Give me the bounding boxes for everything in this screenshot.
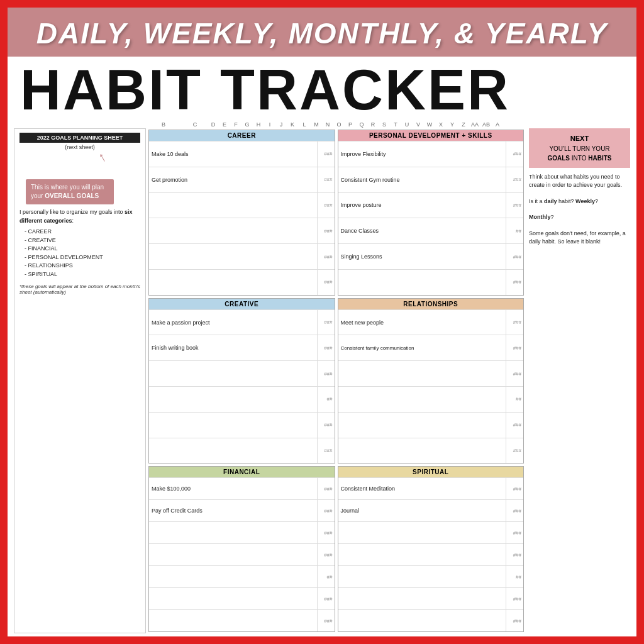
outer-border: DAILY, WEEKLY, MONTHLY, & YEARLY HABIT T… [0,0,644,644]
col-header-s: S [379,121,390,128]
col-header-v: V [413,121,424,128]
info-text-2: Is it a daily habit? Weekly? [529,195,630,209]
table-row: ## [338,565,524,587]
spiritual-grid: SPIRITUAL Consistent Meditation### Journ… [338,466,525,632]
col-header-ab: AB [480,121,492,128]
list-item: CREATIVE [25,236,140,245]
table-row: Improve Flexibility### [338,141,524,167]
col-header-y: Y [447,121,458,128]
info-text-1: Think about what habits you need to crea… [529,170,630,192]
col-header-g: G [242,121,253,128]
table-row: ### [149,192,335,218]
callout-text: This is where you will plan your OVERALL… [31,184,104,199]
col-header-aa: AA [469,121,480,128]
col-header-t: T [390,121,401,128]
table-row: ### [338,269,524,295]
arrow-indicator: ↑ [95,148,109,166]
table-row: Consistent Gym routine### [338,167,524,192]
table-row: ### [338,412,524,438]
table-row: ### [149,543,335,565]
col-header-f: F [230,121,242,128]
col-header-n: N [322,121,333,128]
info2-q: ? [595,198,598,204]
table-row: Singing Lessons### [338,243,524,269]
table-row: Meet new people### [338,309,524,335]
goals-habits-line: GOALS INTO HABITS [534,153,625,163]
creative-header: CREATIVE [149,299,335,309]
inner-content: DAILY, WEEKLY, MONTHLY, & YEARLY HABIT T… [8,8,636,636]
col-header-q: Q [356,121,367,128]
col-header-k: K [287,121,298,128]
col-header-x: X [435,121,447,128]
banner-title: DAILY, WEEKLY, MONTHLY, & YEARLY [20,16,624,50]
list-item: CAREER [25,228,140,236]
table-row: ## [149,565,335,587]
grids-area: CAREER Make 10 deals### Get promotion###… [146,128,526,633]
personal-dev-header: PERSONAL DEVELOPMENT + SKILLS [338,130,524,141]
table-row: Finish writing book### [149,335,335,360]
col-header-l: L [298,121,311,128]
table-row: ### [149,412,335,438]
career-grid: CAREER Make 10 deals### Get promotion###… [148,130,335,296]
callout-box: This is where you will plan your OVERALL… [26,179,114,204]
spreadsheet-area: B C D E F G H I J K L M N O P Q R S T U [8,121,636,636]
info-text-3: Monthly? [529,211,630,225]
career-header: CAREER [149,130,335,141]
left-description: I personally like to organize my goals i… [19,208,140,279]
info3-monthly: Monthly [529,214,551,220]
financial-grid: FINANCIAL Make $100,000### Pay off Credi… [148,466,335,632]
next-line2: YOU'LL TURN YOUR [534,144,625,153]
table-row: Dance Classes## [338,218,524,243]
table-row: ### [149,521,335,543]
table-row: ### [149,587,335,609]
col-header-h: H [253,121,264,128]
col-header-u: U [401,121,413,128]
financial-header: FINANCIAL [149,467,335,477]
info3-q: ? [551,214,554,220]
table-row: ### [149,269,335,295]
table-row: Make $100,000### [149,477,335,499]
col-header-a: A [492,121,503,128]
table-row: ### [338,609,524,631]
table-row: Improve posture### [338,192,524,218]
table-row: ## [149,386,335,412]
table-row: ### [338,543,524,565]
info-text-4: Some goals don't need, for example, a da… [529,227,630,249]
desc-text-1: I personally like to organize my goals i… [19,209,133,224]
creative-grid: CREATIVE Make a passion project### Finis… [148,298,335,464]
top-banner: DAILY, WEEKLY, MONTHLY, & YEARLY [8,8,636,57]
left-panel: 2022 GOALS PLANNING SHEET (next sheet) ↑… [14,128,146,633]
spiritual-header: SPIRITUAL [338,467,524,477]
col-header-j: J [275,121,287,128]
goals-label: GOALS [547,155,570,162]
table-row: ### [338,438,524,464]
info2-daily: daily [544,198,557,204]
category-list: CAREER CREATIVE FINANCIAL PERSONAL DEVEL… [25,228,140,279]
planning-sheet-label: 2022 GOALS PLANNING SHEET [19,133,140,143]
table-row: ### [149,609,335,631]
table-row: ### [149,243,335,269]
col-header-c: C [182,121,208,128]
col-header-z: Z [458,121,469,128]
col-header-m: M [311,121,322,128]
info2-pre: Is it a [529,198,544,204]
info2-weekly: Weekly [575,198,595,204]
table-row: ### [338,587,524,609]
table-row: ### [149,218,335,243]
table-row: Pay off Credit Cards### [149,499,335,521]
col-headers-row: B C D E F G H I J K L M N O P Q R S T U [145,121,630,128]
col-header-o: O [333,121,345,128]
right-panel: NEXT YOU'LL TURN YOUR GOALS INTO HABITS … [526,128,630,633]
table-row: Consistent family communication### [338,335,524,360]
next-title: NEXT [534,133,625,144]
table-row: ## [338,386,524,412]
list-item: SPIRITUAL [25,270,140,279]
list-item: PERSONAL DEVELOPMENT [25,253,140,262]
col-header-d: D [208,121,219,128]
footnote: *these goals will appear at the bottom o… [19,284,140,295]
table-row: Journal### [338,499,524,521]
relationships-grid: RELATIONSHIPS Meet new people### Consist… [338,298,525,464]
table-row: Make a passion project### [149,309,335,335]
table-row: Make 10 deals### [149,141,335,167]
habit-tracker-section: HABIT TRACKER [8,57,636,121]
